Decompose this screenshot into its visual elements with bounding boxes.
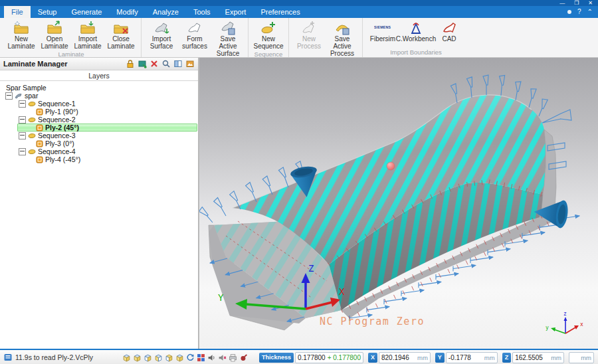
point-marker-sphere (387, 162, 395, 170)
menu-file[interactable]: File (4, 6, 31, 18)
extra-unit-label: mm (581, 354, 591, 361)
laminate-manager-panel: Laminate Manager Layers Spar Sample spar (0, 58, 199, 349)
maximize-icon[interactable]: ❐ (574, 0, 579, 6)
viewport-canvas[interactable]: Z Y X NC Program Zero z y x (199, 58, 598, 349)
tree-item-sequence-1[interactable]: Sequence-1 (0, 100, 198, 108)
cworkbench-button[interactable]: C.Workbench (399, 19, 433, 43)
save-active-surface-label: Save Active Surface (211, 36, 245, 57)
ribbon: New Laminate Open Laminate Import Lamina… (0, 18, 598, 58)
split-view-icon[interactable] (173, 59, 183, 68)
tree-item-ply-2-selected[interactable]: Ply-2 (45°) (0, 124, 198, 132)
thickness-badge: Thickness (259, 353, 294, 363)
y-coordinate-field[interactable]: -0.1778 mm (446, 352, 498, 363)
fibersim-label: Fibersim (370, 36, 395, 43)
save-active-process-label: Save Active Process (326, 36, 359, 57)
expander-icon[interactable] (19, 148, 26, 155)
expander-icon[interactable] (5, 92, 13, 100)
menu-setup[interactable]: Setup (31, 6, 64, 18)
form-surfaces-button[interactable]: Form surfaces (178, 19, 211, 50)
menu-export[interactable]: Export (218, 6, 254, 18)
save-active-process-button[interactable]: Save Active Process (326, 19, 359, 57)
message-icon (4, 353, 12, 361)
close-laminate-label: Close Laminate (107, 36, 134, 50)
sound-on-icon[interactable] (207, 353, 216, 362)
tree-item-ply-4[interactable]: Ply-4 (-45°) (0, 155, 198, 163)
ply-icon (36, 140, 43, 147)
3d-viewport[interactable]: Z Y X NC Program Zero z y x (199, 58, 598, 349)
nc-program-zero-label: NC Program Zero (320, 316, 425, 327)
lock-icon[interactable] (126, 59, 135, 68)
tree-item-spar[interactable]: spar (0, 92, 198, 100)
sound-off-icon[interactable] (218, 353, 227, 362)
form-surfaces-label: Form surfaces (182, 36, 207, 50)
collapse-ribbon-icon[interactable]: ⌃ (587, 9, 593, 15)
new-laminate-button[interactable]: New Laminate (5, 19, 38, 50)
new-sequence-button[interactable]: New Sequence (252, 19, 285, 50)
coordinate-y: Y -0.1778 mm (435, 352, 498, 363)
save-active-surface-icon (220, 21, 236, 35)
cad-label: CAD (442, 36, 456, 43)
screenshot-icon[interactable] (185, 59, 195, 68)
new-laminate-label: New Laminate (7, 36, 35, 50)
x-coordinate-field[interactable]: 820.1946 mm (379, 352, 431, 363)
help-icon[interactable]: ? (577, 9, 581, 15)
model-cube-icon[interactable] (154, 353, 163, 362)
cad-button[interactable]: CAD (433, 19, 466, 43)
panel-title: Laminate Manager (3, 60, 126, 68)
open-laminate-label: Open Laminate (41, 36, 68, 50)
import-surface-label: Import Surface (150, 36, 173, 50)
search-icon[interactable] (161, 59, 171, 68)
menu-preferences[interactable]: Preferences (253, 6, 307, 18)
mini-axis-y-label: y (546, 325, 549, 331)
fibersim-button[interactable]: SIEMENS Fibersim (366, 19, 399, 43)
import-surface-button[interactable]: Import Surface (145, 19, 178, 50)
z-coordinate-field[interactable]: 162.5505 mm (512, 352, 564, 363)
layers-column-header[interactable]: Layers (0, 70, 198, 81)
y-unit-label: mm (484, 354, 495, 361)
extra-unit-field: mm (569, 352, 594, 363)
ribbon-group-process: New Process Save Active Process Process (288, 18, 362, 57)
save-active-surface-button[interactable]: Save Active Surface (211, 19, 245, 57)
sequence-icon (28, 100, 36, 108)
tree-item-sequence-3[interactable]: Sequence-3 (0, 132, 198, 139)
record-icon[interactable] (567, 10, 571, 14)
z-axis-badge: Z (502, 353, 512, 363)
menu-tools[interactable]: Tools (186, 6, 218, 18)
printer-icon[interactable] (229, 353, 237, 362)
close-all-icon[interactable] (150, 59, 159, 68)
thickness-field[interactable]: 0.177800 + 0.177800 (295, 352, 363, 363)
close-icon[interactable]: ✕ (588, 0, 593, 6)
empty-measure-field[interactable]: mm (569, 352, 594, 363)
ribbon-group-surface: Import Surface Form surfaces Save Active… (141, 18, 248, 57)
layers-tree: Spar Sample spar Sequence-1 Ply-1 (90°) … (0, 81, 198, 349)
model-cube-icon[interactable] (144, 353, 152, 362)
tree-item-sequence-4[interactable]: Sequence-4 (0, 147, 198, 155)
axis-x-label: X (339, 286, 345, 297)
refresh-icon[interactable] (186, 353, 195, 362)
model-cube-icon[interactable] (122, 353, 131, 362)
close-laminate-button[interactable]: Close Laminate (104, 19, 138, 50)
tree-item-spar-sample[interactable]: Spar Sample (0, 84, 198, 92)
tree-item-sequence-2[interactable]: Sequence-2 (0, 116, 198, 124)
expander-icon[interactable] (19, 132, 26, 139)
record-tool-icon[interactable] (239, 353, 248, 362)
open-laminate-button[interactable]: Open Laminate (38, 19, 71, 50)
menu-analyze[interactable]: Analyze (146, 6, 186, 18)
menu-generate[interactable]: Generate (64, 6, 109, 18)
expander-icon[interactable] (19, 116, 26, 124)
coordinate-x: X 820.1946 mm (368, 352, 431, 363)
minimize-icon[interactable]: — (559, 0, 565, 6)
axis-z-label: Z (308, 263, 314, 274)
cworkbench-label: C.Workbench (396, 36, 436, 43)
tree-item-ply-3[interactable]: Ply-3 (0°) (0, 139, 198, 147)
tree-item-ply-1[interactable]: Ply-1 (90°) (0, 108, 198, 116)
add-view-icon[interactable] (138, 59, 147, 68)
model-cube-icon[interactable] (175, 353, 184, 362)
expander-icon[interactable] (19, 100, 26, 108)
menu-modify[interactable]: Modify (109, 6, 145, 18)
import-laminate-button[interactable]: Import Laminate (71, 19, 104, 50)
ply-icon (36, 124, 43, 132)
model-cube-icon[interactable] (165, 353, 173, 362)
color-grid-icon[interactable] (197, 353, 205, 362)
model-cube-icon[interactable] (133, 353, 142, 362)
